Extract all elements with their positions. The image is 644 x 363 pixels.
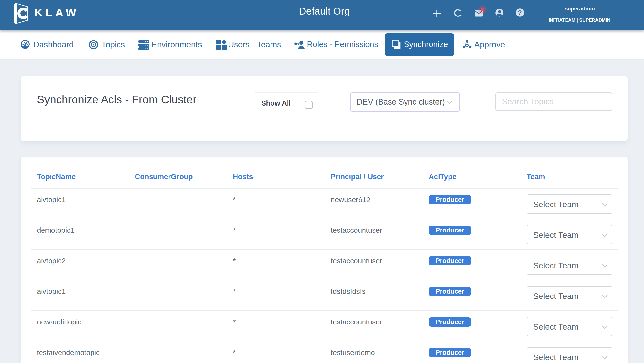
svg-text:?: ? xyxy=(518,9,522,16)
